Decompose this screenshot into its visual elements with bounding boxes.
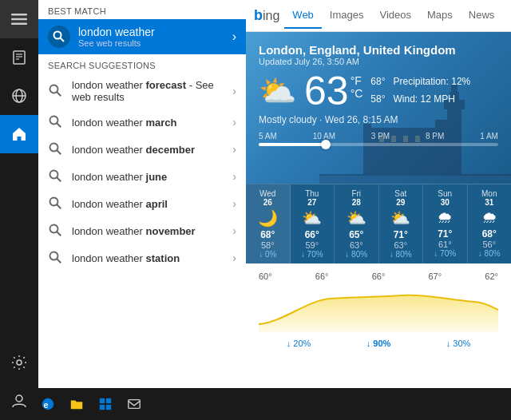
weather-updated: Updated July 26, 3:50 AM (259, 57, 498, 66)
svg-point-10 (17, 360, 22, 365)
weather-location: London, England, United Kingdom (259, 43, 498, 57)
forecast-day-mon[interactable]: Mon 31 🌧 68° 56° ↓ 80% (468, 184, 512, 263)
svg-line-27 (57, 259, 61, 263)
suggestion-march[interactable]: london weather march › (38, 109, 246, 136)
suggestion-march-text: london weather march (72, 117, 232, 129)
weather-precipitation: Precipitation: 12% (394, 73, 471, 91)
suggestion-april-arrow: › (232, 197, 236, 210)
bing-ing-letters: ing (263, 9, 279, 23)
forecast-day-sat[interactable]: Sat 29 ⛅ 71° 63° ↓ 80% (379, 184, 424, 263)
forecast-day-fri[interactable]: Fri 28 ⛅ 65° 63° ↓ 80% (335, 184, 379, 263)
suggestion-station[interactable]: london weather station › (38, 244, 246, 271)
taskbar-file-explorer[interactable] (64, 391, 89, 417)
chart-temp-1: 60° (259, 271, 272, 281)
svg-rect-50 (129, 400, 140, 409)
svg-text:e: e (44, 400, 49, 410)
tab-web[interactable]: Web (284, 2, 322, 29)
forecast-row: Wed 26 🌙 68° 58° ↓ 0% Thu 27 ⛅ 66° 59° ↓… (246, 184, 511, 263)
weather-temp-low: 58° (370, 91, 385, 109)
sidebar-item-settings[interactable] (0, 343, 38, 382)
svg-rect-2 (11, 23, 27, 26)
svg-rect-0 (11, 14, 27, 16)
forecast-day-thu[interactable]: Thu 27 ⛅ 66° 59° ↓ 70% (291, 184, 335, 263)
suggestion-december[interactable]: london weather december › (38, 136, 246, 163)
taskbar-edge-browser[interactable]: e (35, 391, 61, 417)
svg-point-11 (16, 395, 22, 402)
sidebar-item-home[interactable] (0, 115, 38, 153)
bing-logo: bing (254, 7, 279, 24)
weather-panel: bing Web Images Videos Maps News (246, 0, 511, 388)
search-icon-december (48, 141, 64, 157)
chart-temp-4: 67° (428, 271, 442, 281)
hourly-dot (321, 140, 331, 149)
svg-line-19 (57, 150, 61, 154)
suggestion-november[interactable]: london weather november › (38, 217, 246, 244)
tab-news[interactable]: News (461, 2, 503, 29)
hourly-label-1am: 1 AM (480, 132, 498, 141)
suggestion-december-text: london weather december (72, 144, 232, 156)
suggestion-april[interactable]: london weather april › (38, 190, 246, 217)
hourly-label-5am: 5 AM (259, 132, 277, 141)
forecast-day-wed[interactable]: Wed 26 🌙 68° 58° ↓ 0% (246, 184, 291, 263)
sidebar-hamburger[interactable] (0, 0, 38, 38)
tab-images[interactable]: Images (322, 2, 372, 29)
svg-point-26 (50, 252, 58, 260)
search-icon-november (48, 223, 64, 239)
chart-area: 60° 66° 66° 67° 62° ↓ 20% ↓ 90% ↓ 30% (246, 263, 511, 388)
hourly-label-3pm: 3 PM (371, 132, 390, 141)
suggestion-station-text: london weather station (72, 252, 232, 264)
suggestion-june[interactable]: london weather june › (38, 163, 246, 190)
svg-point-16 (50, 117, 58, 125)
svg-rect-1 (11, 18, 27, 21)
tab-maps[interactable]: Maps (419, 2, 461, 29)
weather-main: London, England, United Kingdom Updated … (246, 32, 511, 184)
suggestion-june-text: london weather june (72, 171, 232, 183)
weather-wind: Wind: 12 MPH (394, 91, 471, 109)
suggestion-forecast-arrow: › (232, 85, 236, 97)
search-icon-best (48, 26, 70, 48)
sidebar (0, 0, 38, 420)
svg-rect-46 (100, 398, 105, 403)
cloud-icon: ⛅ (259, 73, 296, 109)
svg-line-21 (57, 177, 61, 181)
weather-tabs: bing Web Images Videos Maps News (246, 0, 511, 32)
svg-rect-3 (14, 51, 25, 64)
best-match-subtitle: See web results (78, 38, 232, 48)
suggestion-march-arrow: › (232, 116, 236, 129)
weather-condition: Mostly cloudy · Wed 26, 8:15 AM (259, 114, 498, 125)
chart-temp-2: 66° (315, 271, 329, 281)
tab-videos[interactable]: Videos (372, 2, 420, 29)
best-match-text: london weather See web results (78, 26, 232, 48)
search-icon-june (48, 168, 64, 184)
forecast-day-sun[interactable]: Sun 30 🌧 71° 61° ↓ 70% (423, 184, 468, 263)
precip-val-3: ↓ 30% (446, 339, 471, 348)
svg-line-25 (57, 232, 61, 236)
svg-rect-48 (100, 405, 105, 410)
svg-point-24 (50, 225, 58, 233)
precip-val-1: ↓ 20% (287, 339, 311, 348)
taskbar-mail[interactable] (121, 391, 147, 417)
svg-rect-42 (319, 176, 511, 184)
chart-svg (259, 284, 498, 332)
hourly-progress (259, 143, 326, 146)
taskbar-windows-store[interactable] (93, 391, 118, 417)
best-match-label: Best match (38, 0, 246, 19)
svg-line-15 (57, 92, 61, 96)
best-match-item[interactable]: london weather See web results › (38, 19, 246, 54)
hourly-label-8pm: 8 PM (426, 132, 444, 141)
temp-main: 63 (304, 71, 349, 111)
weather-temp-high: 68° (370, 73, 385, 91)
svg-point-14 (50, 85, 58, 93)
svg-line-23 (57, 204, 61, 208)
search-icon-station (48, 250, 64, 266)
sidebar-item-person[interactable] (0, 382, 38, 420)
sidebar-item-globe[interactable] (0, 77, 38, 115)
bing-b-letter: b (254, 7, 263, 24)
suggestion-station-arrow: › (232, 252, 236, 264)
suggestion-june-arrow: › (232, 170, 236, 183)
search-panel: Best match london weather See web result… (38, 0, 246, 420)
svg-point-22 (50, 198, 58, 206)
sidebar-item-document[interactable] (0, 38, 38, 77)
chart-temp-3: 66° (372, 271, 386, 281)
suggestion-forecast[interactable]: london weather forecast - See web result… (38, 73, 246, 109)
